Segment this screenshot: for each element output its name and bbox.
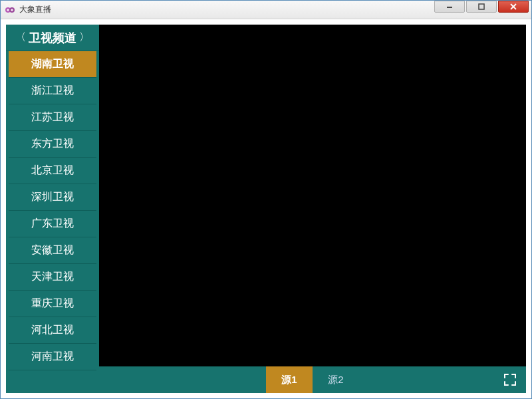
channel-item-dongfang[interactable]: 东方卫视 <box>9 131 96 158</box>
main-area: 源1 源2 <box>99 25 526 393</box>
fullscreen-button[interactable] <box>502 372 518 388</box>
channel-label: 重庆卫视 <box>31 297 74 311</box>
channel-label: 河北卫视 <box>31 323 74 337</box>
video-player[interactable] <box>99 25 526 366</box>
source-tab-label: 源1 <box>281 374 297 386</box>
channel-item-shenzhen[interactable]: 深圳卫视 <box>9 184 96 211</box>
titlebar: 大象直播 <box>1 1 531 19</box>
bottom-bar: 源1 源2 <box>99 366 526 393</box>
channel-list: 湖南卫视 浙江卫视 江苏卫视 东方卫视 北京卫视 深圳卫视 广东卫视 安徽卫视 … <box>6 51 99 393</box>
source-tab-2[interactable]: 源2 <box>313 366 359 393</box>
channel-label: 湖南卫视 <box>31 57 74 71</box>
close-button[interactable] <box>498 1 529 13</box>
channel-label: 江苏卫视 <box>31 110 74 124</box>
app-window: 大象直播 〈 卫视频道 〉 湖南卫视 浙江卫视 江苏卫视 <box>0 0 532 399</box>
channel-label: 北京卫视 <box>31 164 74 178</box>
category-label: 卫视频道 <box>29 30 76 46</box>
window-controls <box>434 1 531 19</box>
app-title: 大象直播 <box>19 4 51 15</box>
titlebar-left: 大象直播 <box>5 4 51 15</box>
channel-label: 深圳卫视 <box>31 190 74 204</box>
content-area: 〈 卫视频道 〉 湖南卫视 浙江卫视 江苏卫视 东方卫视 北京卫视 深圳卫视 广… <box>1 19 531 398</box>
svg-point-3 <box>11 9 13 11</box>
channel-sidebar: 〈 卫视频道 〉 湖南卫视 浙江卫视 江苏卫视 东方卫视 北京卫视 深圳卫视 广… <box>6 25 99 393</box>
channel-label: 东方卫视 <box>31 137 74 151</box>
app-icon <box>5 5 15 15</box>
svg-rect-5 <box>479 4 484 9</box>
channel-item-chongqing[interactable]: 重庆卫视 <box>9 291 96 317</box>
svg-rect-4 <box>447 7 452 8</box>
maximize-button[interactable] <box>466 1 497 13</box>
channel-item-henan[interactable]: 河南卫视 <box>9 344 96 370</box>
channel-label: 天津卫视 <box>31 270 74 284</box>
channel-item-guangdong[interactable]: 广东卫视 <box>9 211 96 237</box>
minimize-button[interactable] <box>434 1 465 13</box>
source-tab-1[interactable]: 源1 <box>266 366 313 393</box>
fullscreen-icon <box>503 373 517 386</box>
chevron-right-icon: 〉 <box>79 31 90 45</box>
channel-item-hebei[interactable]: 河北卫视 <box>9 317 96 344</box>
channel-item-tianjin[interactable]: 天津卫视 <box>9 264 96 291</box>
channel-label: 浙江卫视 <box>31 84 74 98</box>
source-tab-label: 源2 <box>328 374 343 386</box>
chevron-left-icon: 〈 <box>15 31 26 45</box>
channel-item-zhejiang[interactable]: 浙江卫视 <box>9 78 96 104</box>
channel-item-beijing[interactable]: 北京卫视 <box>9 158 96 184</box>
category-header[interactable]: 〈 卫视频道 〉 <box>6 25 99 51</box>
source-tabs: 源1 源2 <box>266 366 359 393</box>
channel-label: 安徽卫视 <box>31 243 74 257</box>
channel-item-hunan[interactable]: 湖南卫视 <box>9 51 96 78</box>
channel-item-jiangsu[interactable]: 江苏卫视 <box>9 104 96 131</box>
svg-point-2 <box>7 9 9 11</box>
channel-label: 广东卫视 <box>31 217 74 231</box>
channel-label: 河南卫视 <box>31 350 74 364</box>
channel-item-anhui[interactable]: 安徽卫视 <box>9 237 96 264</box>
